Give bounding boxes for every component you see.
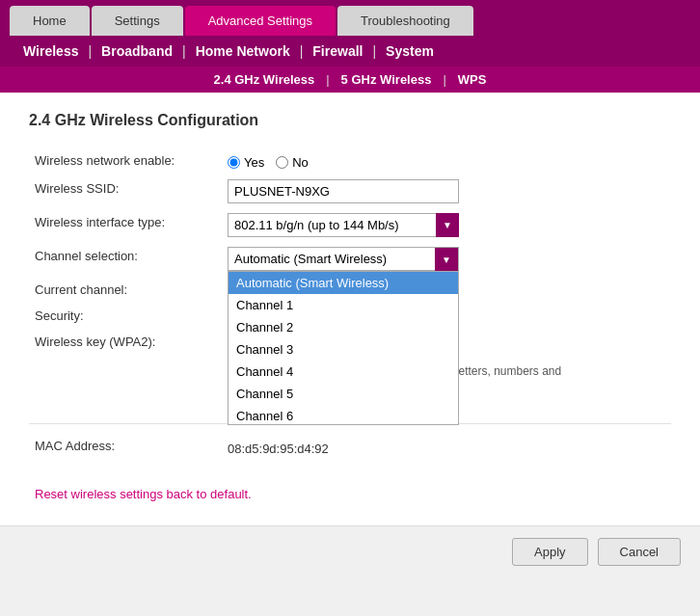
sub2nav-sep-2: | — [443, 72, 445, 87]
channel-option-2[interactable]: Channel 2 — [229, 316, 458, 338]
channel-option-4[interactable]: Channel 4 — [229, 361, 458, 383]
interface-type-select-wrapper: 802.11 b/g/n (up to 144 Mb/s) — [228, 213, 459, 237]
wireless-enable-radio-group: Yes No — [228, 151, 665, 170]
current-channel-label: Current channel: — [29, 276, 222, 302]
channel-selection-dropdown[interactable]: Automatic (Smart Wireless) Automatic (Sm… — [228, 247, 665, 271]
channel-option-3[interactable]: Channel 3 — [229, 338, 458, 361]
ssid-row: Wireless SSID: — [29, 174, 671, 208]
channel-selection-label: Channel selection: — [29, 242, 222, 276]
reset-row: Reset wireless settings back to default. — [29, 480, 671, 506]
channel-option-auto[interactable]: Automatic (Smart Wireless) — [229, 272, 458, 294]
tab-settings[interactable]: Settings — [92, 6, 183, 36]
subnav-sep-4: | — [372, 43, 376, 59]
spacing-row — [29, 461, 671, 480]
tab-troubleshooting[interactable]: Troubleshooting — [337, 6, 473, 36]
wireless-enable-no-label[interactable]: No — [276, 155, 309, 170]
channel-option-5[interactable]: Channel 5 — [229, 383, 458, 405]
channel-option-1[interactable]: Channel 1 — [229, 294, 458, 316]
wireless-enable-row: Wireless network enable: Yes No — [29, 147, 671, 174]
sub2-nav: 2.4 GHz Wireless | 5 GHz Wireless | WPS — [0, 67, 700, 93]
security-label: Security: — [29, 302, 222, 328]
mac-address-value: 08:d5:9d:95:d4:92 — [228, 437, 665, 456]
sub2nav-5ghz[interactable]: 5 GHz Wireless — [337, 72, 436, 87]
sub2nav-wps[interactable]: WPS — [454, 72, 491, 87]
subnav-homenetwork[interactable]: Home Network — [192, 43, 294, 59]
footer: Apply Cancel — [0, 525, 700, 577]
subnav-wireless[interactable]: Wireless — [19, 43, 82, 59]
apply-button[interactable]: Apply — [512, 538, 588, 566]
mac-address-row: MAC Address: 08:d5:9d:95:d4:92 — [29, 432, 671, 461]
wireless-key-label: Wireless key (WPA2): — [29, 328, 222, 416]
subnav-system[interactable]: System — [382, 43, 438, 59]
cancel-button[interactable]: Cancel — [598, 538, 681, 566]
tab-advanced-settings[interactable]: Advanced Settings — [185, 6, 336, 36]
subnav-firewall[interactable]: Firewall — [309, 43, 366, 59]
wireless-enable-no-radio[interactable] — [276, 156, 288, 169]
channel-option-6[interactable]: Channel 6 — [229, 405, 458, 425]
subnav-sep-3: | — [300, 43, 304, 59]
wireless-enable-label: Wireless network enable: — [29, 147, 222, 174]
channel-selected-display[interactable]: Automatic (Smart Wireless) — [228, 247, 459, 271]
tab-home[interactable]: Home — [10, 6, 90, 36]
channel-selection-row: Channel selection: Automatic (Smart Wire… — [29, 242, 671, 276]
ssid-label: Wireless SSID: — [29, 174, 222, 208]
no-label-text: No — [292, 155, 309, 170]
config-form: Wireless network enable: Yes No Wireless… — [29, 147, 671, 506]
page-title: 2.4 GHz Wireless Configuration — [29, 112, 671, 129]
interface-type-select[interactable]: 802.11 b/g/n (up to 144 Mb/s) — [228, 213, 459, 237]
ssid-input[interactable] — [228, 179, 459, 203]
mac-address-label: MAC Address: — [29, 432, 222, 461]
main-content: 2.4 GHz Wireless Configuration Wireless … — [0, 93, 700, 525]
sub-nav: Wireless | Broadband | Home Network | Fi… — [0, 36, 700, 67]
interface-type-row: Wireless interface type: 802.11 b/g/n (u… — [29, 208, 671, 242]
sub2nav-24ghz[interactable]: 2.4 GHz Wireless — [210, 72, 319, 87]
wireless-enable-yes-label[interactable]: Yes — [228, 155, 264, 170]
sub2nav-sep-1: | — [326, 72, 329, 87]
subnav-sep-1: | — [88, 43, 92, 59]
top-nav: Home Settings Advanced Settings Troubles… — [0, 0, 700, 36]
channel-dropdown-arrow — [435, 248, 458, 271]
reset-link[interactable]: Reset wireless settings back to default. — [35, 487, 252, 501]
subnav-sep-2: | — [182, 43, 186, 59]
wireless-enable-yes-radio[interactable] — [228, 156, 240, 169]
channel-dropdown-list[interactable]: Automatic (Smart Wireless) Channel 1 Cha… — [228, 271, 459, 425]
yes-label-text: Yes — [244, 155, 264, 170]
channel-selected-text: Automatic (Smart Wireless) — [234, 252, 387, 266]
subnav-broadband[interactable]: Broadband — [97, 43, 176, 59]
interface-type-label: Wireless interface type: — [29, 208, 222, 242]
